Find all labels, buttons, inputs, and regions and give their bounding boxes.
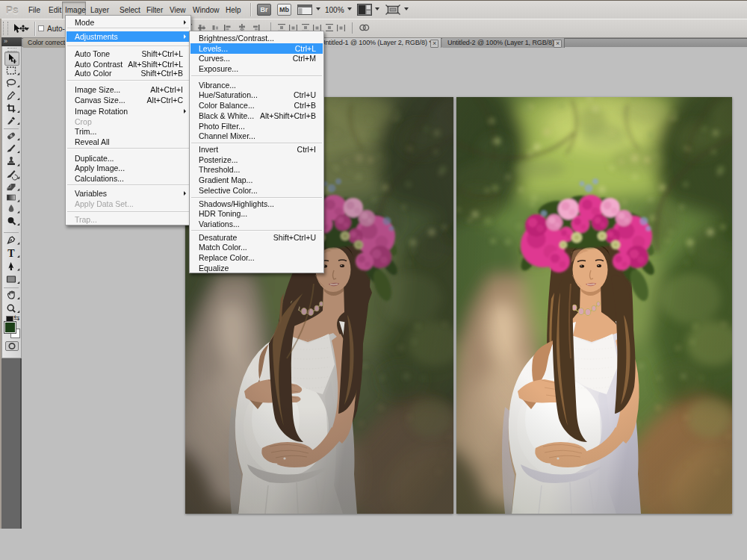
svg-text:T: T	[7, 248, 15, 259]
